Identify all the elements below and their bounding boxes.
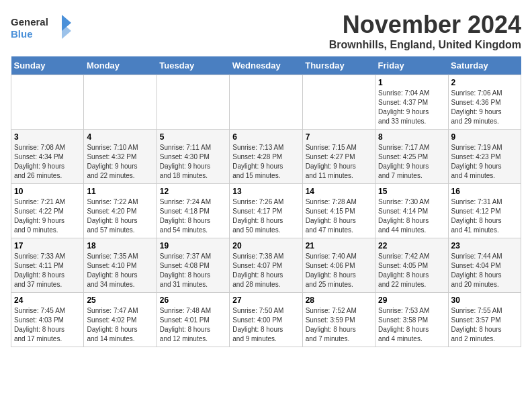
calendar-cell — [84, 75, 157, 130]
day-number: 25 — [87, 295, 153, 305]
day-info: Sunrise: 7:37 AM Sunset: 4:08 PM Dayligh… — [160, 252, 226, 289]
page-header: General Blue November 2024 Brownhills, E… — [11, 11, 521, 51]
calendar-cell: 8Sunrise: 7:17 AM Sunset: 4:25 PM Daylig… — [375, 130, 448, 184]
calendar-cell: 26Sunrise: 7:48 AM Sunset: 4:01 PM Dayli… — [157, 293, 229, 347]
day-number: 7 — [306, 132, 372, 142]
calendar-cell: 18Sunrise: 7:35 AM Sunset: 4:10 PM Dayli… — [84, 238, 157, 293]
calendar-cell: 29Sunrise: 7:53 AM Sunset: 3:58 PM Dayli… — [375, 293, 448, 347]
day-info: Sunrise: 7:13 AM Sunset: 4:28 PM Dayligh… — [232, 143, 299, 181]
day-number: 8 — [378, 132, 445, 142]
day-header-friday: Friday — [375, 56, 448, 75]
day-number: 11 — [87, 187, 153, 196]
day-header-saturday: Saturday — [448, 56, 521, 75]
day-info: Sunrise: 7:45 AM Sunset: 4:03 PM Dayligh… — [14, 306, 81, 344]
logo-svg: General Blue — [11, 13, 71, 44]
calendar-cell: 6Sunrise: 7:13 AM Sunset: 4:28 PM Daylig… — [230, 130, 302, 184]
day-info: Sunrise: 7:17 AM Sunset: 4:25 PM Dayligh… — [378, 143, 445, 181]
day-info: Sunrise: 7:24 AM Sunset: 4:18 PM Dayligh… — [160, 197, 226, 235]
calendar-cell — [302, 75, 375, 130]
day-number: 4 — [87, 132, 153, 142]
calendar-cell: 1Sunrise: 7:04 AM Sunset: 4:37 PM Daylig… — [375, 75, 448, 130]
calendar-cell: 9Sunrise: 7:19 AM Sunset: 4:23 PM Daylig… — [448, 130, 521, 184]
day-info: Sunrise: 7:21 AM Sunset: 4:22 PM Dayligh… — [14, 197, 81, 235]
day-info: Sunrise: 7:19 AM Sunset: 4:23 PM Dayligh… — [451, 143, 518, 181]
calendar-cell — [230, 75, 302, 130]
day-info: Sunrise: 7:10 AM Sunset: 4:32 PM Dayligh… — [87, 143, 153, 181]
calendar-cell: 14Sunrise: 7:28 AM Sunset: 4:15 PM Dayli… — [302, 184, 375, 238]
day-number: 17 — [14, 241, 81, 250]
day-info: Sunrise: 7:28 AM Sunset: 4:15 PM Dayligh… — [306, 197, 372, 235]
day-number: 15 — [378, 187, 445, 196]
calendar-cell: 4Sunrise: 7:10 AM Sunset: 4:32 PM Daylig… — [84, 130, 157, 184]
calendar-cell — [157, 75, 229, 130]
title-block: November 2024 Brownhills, England, Unite… — [329, 11, 521, 51]
calendar-cell: 24Sunrise: 7:45 AM Sunset: 4:03 PM Dayli… — [11, 293, 84, 347]
calendar-cell: 10Sunrise: 7:21 AM Sunset: 4:22 PM Dayli… — [11, 184, 84, 238]
calendar-cell: 11Sunrise: 7:22 AM Sunset: 4:20 PM Dayli… — [84, 184, 157, 238]
day-number: 9 — [451, 132, 518, 142]
day-info: Sunrise: 7:33 AM Sunset: 4:11 PM Dayligh… — [14, 252, 81, 289]
day-number: 14 — [306, 187, 372, 196]
calendar-cell: 25Sunrise: 7:47 AM Sunset: 4:02 PM Dayli… — [84, 293, 157, 347]
day-number: 30 — [451, 295, 518, 305]
day-number: 10 — [14, 187, 81, 196]
day-info: Sunrise: 7:15 AM Sunset: 4:27 PM Dayligh… — [306, 143, 372, 181]
calendar-cell: 15Sunrise: 7:30 AM Sunset: 4:14 PM Dayli… — [375, 184, 448, 238]
calendar-cell: 28Sunrise: 7:52 AM Sunset: 3:59 PM Dayli… — [302, 293, 375, 347]
day-info: Sunrise: 7:53 AM Sunset: 3:58 PM Dayligh… — [378, 306, 445, 344]
calendar-cell: 16Sunrise: 7:31 AM Sunset: 4:12 PM Dayli… — [448, 184, 521, 238]
svg-text:General: General — [11, 16, 48, 28]
calendar-cell: 2Sunrise: 7:06 AM Sunset: 4:36 PM Daylig… — [448, 75, 521, 130]
calendar-cell: 13Sunrise: 7:26 AM Sunset: 4:17 PM Dayli… — [230, 184, 302, 238]
day-info: Sunrise: 7:38 AM Sunset: 4:07 PM Dayligh… — [232, 252, 299, 289]
day-number: 6 — [232, 132, 299, 142]
calendar-cell: 22Sunrise: 7:42 AM Sunset: 4:05 PM Dayli… — [375, 238, 448, 293]
month-title: November 2024 — [329, 11, 521, 39]
calendar-cell: 7Sunrise: 7:15 AM Sunset: 4:27 PM Daylig… — [302, 130, 375, 184]
day-number: 28 — [306, 295, 372, 305]
day-info: Sunrise: 7:47 AM Sunset: 4:02 PM Dayligh… — [87, 306, 153, 344]
calendar-cell: 30Sunrise: 7:55 AM Sunset: 3:57 PM Dayli… — [448, 293, 521, 347]
day-header-tuesday: Tuesday — [157, 56, 229, 75]
day-number: 29 — [378, 295, 445, 305]
calendar-week-2: 3Sunrise: 7:08 AM Sunset: 4:34 PM Daylig… — [11, 130, 521, 184]
day-number: 21 — [306, 241, 372, 250]
day-number: 18 — [87, 241, 153, 250]
day-number: 13 — [232, 187, 299, 196]
calendar-cell: 17Sunrise: 7:33 AM Sunset: 4:11 PM Dayli… — [11, 238, 84, 293]
calendar-cell: 21Sunrise: 7:40 AM Sunset: 4:06 PM Dayli… — [302, 238, 375, 293]
calendar-table: SundayMondayTuesdayWednesdayThursdayFrid… — [11, 56, 521, 347]
day-number: 22 — [378, 241, 445, 250]
day-info: Sunrise: 7:31 AM Sunset: 4:12 PM Dayligh… — [451, 197, 518, 235]
svg-text:Blue: Blue — [11, 28, 33, 40]
day-info: Sunrise: 7:06 AM Sunset: 4:36 PM Dayligh… — [451, 89, 518, 126]
day-number: 20 — [232, 241, 299, 250]
calendar-week-1: 1Sunrise: 7:04 AM Sunset: 4:37 PM Daylig… — [11, 75, 521, 130]
day-header-wednesday: Wednesday — [230, 56, 302, 75]
calendar-week-3: 10Sunrise: 7:21 AM Sunset: 4:22 PM Dayli… — [11, 184, 521, 238]
day-number: 23 — [451, 241, 518, 250]
day-header-thursday: Thursday — [302, 56, 375, 75]
day-info: Sunrise: 7:30 AM Sunset: 4:14 PM Dayligh… — [378, 197, 445, 235]
calendar-cell: 19Sunrise: 7:37 AM Sunset: 4:08 PM Dayli… — [157, 238, 229, 293]
day-number: 26 — [160, 295, 226, 305]
calendar-cell — [11, 75, 84, 130]
day-info: Sunrise: 7:52 AM Sunset: 3:59 PM Dayligh… — [306, 306, 372, 344]
day-number: 16 — [451, 187, 518, 196]
day-info: Sunrise: 7:48 AM Sunset: 4:01 PM Dayligh… — [160, 306, 226, 344]
calendar-cell: 3Sunrise: 7:08 AM Sunset: 4:34 PM Daylig… — [11, 130, 84, 184]
day-info: Sunrise: 7:26 AM Sunset: 4:17 PM Dayligh… — [232, 197, 299, 235]
day-number: 2 — [451, 78, 518, 87]
calendar-cell: 20Sunrise: 7:38 AM Sunset: 4:07 PM Dayli… — [230, 238, 302, 293]
day-info: Sunrise: 7:22 AM Sunset: 4:20 PM Dayligh… — [87, 197, 153, 235]
day-number: 12 — [160, 187, 226, 196]
day-info: Sunrise: 7:35 AM Sunset: 4:10 PM Dayligh… — [87, 252, 153, 289]
calendar-cell: 23Sunrise: 7:44 AM Sunset: 4:04 PM Dayli… — [448, 238, 521, 293]
days-header-row: SundayMondayTuesdayWednesdayThursdayFrid… — [11, 56, 521, 75]
day-number: 5 — [160, 132, 226, 142]
day-info: Sunrise: 7:44 AM Sunset: 4:04 PM Dayligh… — [451, 252, 518, 289]
day-info: Sunrise: 7:04 AM Sunset: 4:37 PM Dayligh… — [378, 89, 445, 126]
day-number: 3 — [14, 132, 81, 142]
day-info: Sunrise: 7:50 AM Sunset: 4:00 PM Dayligh… — [232, 306, 299, 344]
day-number: 19 — [160, 241, 226, 250]
